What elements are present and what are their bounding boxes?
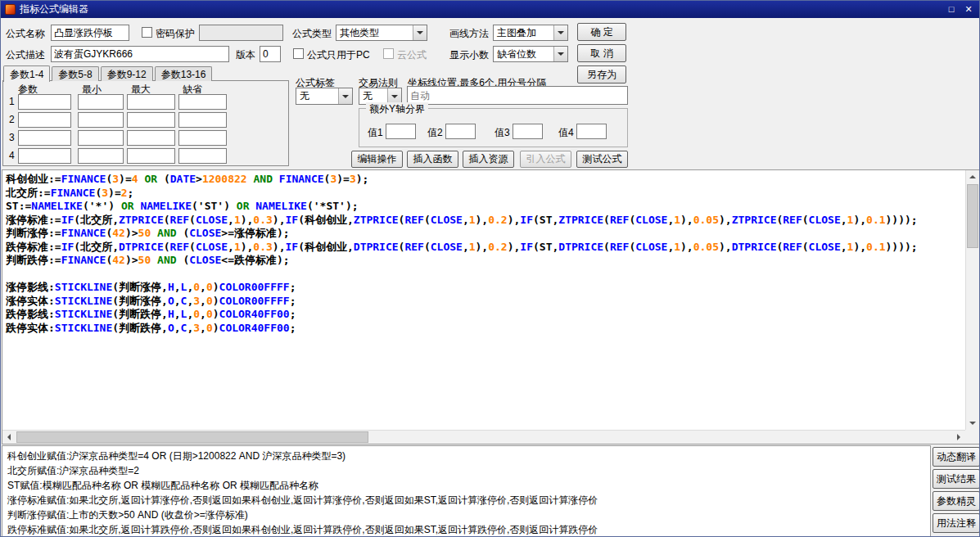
translation-line: 跌停标准赋值:如果北交所,返回计算跌停价,否则返回如果科创创业,返回计算跌停价,…	[7, 522, 925, 537]
axis-position-input[interactable]	[407, 86, 628, 105]
param-tabs: 参数1-4参数5-8参数9-12参数13-16	[3, 65, 214, 81]
save-as-button[interactable]: 另存为	[577, 65, 626, 83]
param-input-r4c1[interactable]	[18, 148, 71, 164]
window-controls: □ ✕	[944, 2, 976, 16]
window-title: 指标公式编辑器	[20, 2, 88, 16]
tab-params-1[interactable]: 参数1-4	[3, 65, 50, 82]
formula-name-label: 公式名称	[6, 27, 45, 41]
dropdown-arrow-icon[interactable]	[553, 25, 567, 40]
param-input-r4c2[interactable]	[78, 148, 124, 164]
code-line	[6, 268, 965, 282]
y-value-input-2[interactable]	[445, 124, 476, 139]
param-row-number: 4	[9, 150, 15, 161]
test-result-button[interactable]: 测试结果	[933, 469, 980, 489]
code-content[interactable]: 科创创业:=FINANCE(3)=4 OR (DATE>1200822 AND …	[2, 170, 965, 430]
dropdown-arrow-icon[interactable]	[338, 88, 352, 104]
maximize-icon[interactable]: □	[944, 2, 959, 16]
y-axis-group-title: 额外Y轴分界	[366, 102, 428, 116]
cloud-formula-label: 云公式	[397, 48, 427, 62]
test-formula-button[interactable]: 测试公式	[576, 151, 628, 168]
code-line: 判断跌停:=FINANCE(42)>50 AND (CLOSE<=跌停标准);	[6, 254, 965, 268]
trade-rule-value: 无	[359, 89, 387, 103]
formula-name-input[interactable]	[51, 25, 129, 41]
param-input-r3c1[interactable]	[18, 130, 71, 146]
translation-line: 判断涨停赋值:上市的天数>50 AND (收盘价>=涨停标准)	[7, 508, 925, 522]
code-line: 涨停实体:STICKLINE(判断涨停,O,C,3,0)COLOR00FFFF;	[6, 295, 965, 309]
param-input-r1c2[interactable]	[78, 94, 124, 110]
import-formula-button: 引入公式	[520, 151, 571, 168]
code-line: 北交所:=FINANCE(3)=2;	[6, 187, 965, 201]
parameter-wizard-button[interactable]: 参数精灵	[933, 491, 980, 511]
insert-resource-button[interactable]: 插入资源	[463, 151, 514, 168]
version-input[interactable]	[260, 46, 281, 62]
param-input-r1c4[interactable]	[178, 94, 227, 110]
horizontal-scrollbar[interactable]	[2, 430, 965, 444]
y-value-input-1[interactable]	[386, 124, 416, 139]
param-input-r1c1[interactable]	[18, 94, 71, 110]
tab-params-3[interactable]: 参数9-12	[101, 66, 153, 81]
param-input-r3c3[interactable]	[127, 130, 175, 146]
param-input-r2c3[interactable]	[127, 112, 175, 128]
formula-desc-input[interactable]	[51, 46, 229, 62]
param-input-r2c4[interactable]	[178, 112, 227, 128]
y-value-label-4: 值4	[558, 126, 574, 140]
vertical-scrollbar[interactable]	[965, 170, 979, 430]
param-input-r4c4[interactable]	[178, 148, 227, 164]
dropdown-arrow-icon[interactable]	[413, 25, 427, 40]
param-input-r1c3[interactable]	[127, 94, 175, 110]
param-input-r2c1[interactable]	[18, 112, 71, 128]
formula-desc-label: 公式描述	[6, 48, 45, 62]
y-axis-group: 额外Y轴分界 值1值2值3值4	[359, 108, 628, 147]
vertical-scroll-thumb[interactable]	[967, 184, 978, 248]
decimal-display-select[interactable]: 缺省位数	[493, 46, 568, 62]
param-input-r3c2[interactable]	[78, 130, 124, 146]
usage-notes-button[interactable]: 用法注释	[933, 513, 980, 533]
translation-line: 科创创业赋值:沪深京品种类型=4 OR (日期>1200822 AND 沪深京品…	[7, 449, 925, 463]
app-icon	[5, 4, 16, 15]
cloud-formula-checkbox	[383, 48, 394, 59]
dynamic-translation-button[interactable]: 动态翻译	[933, 447, 980, 467]
password-protect-label: 密码保护	[156, 27, 195, 41]
horizontal-scroll-thumb[interactable]	[16, 431, 368, 443]
scroll-down-icon[interactable]	[966, 417, 979, 430]
formula-type-select[interactable]: 其他类型	[336, 25, 427, 41]
y-value-input-3[interactable]	[513, 124, 543, 139]
scroll-up-icon[interactable]	[966, 170, 979, 183]
param-row-number: 1	[9, 96, 15, 107]
tab-params-2[interactable]: 参数5-8	[52, 66, 98, 81]
code-line: ST:=NAMELIKE('*') OR NAMELIKE('ST') OR N…	[6, 200, 965, 214]
scrollbar-corner	[965, 430, 979, 444]
param-panel: 参数最小最大缺省 1234	[2, 80, 289, 166]
pc-only-checkbox[interactable]	[293, 48, 304, 59]
scroll-left-icon[interactable]	[2, 431, 16, 444]
draw-method-select[interactable]: 主图叠加	[493, 25, 568, 41]
tab-params-4[interactable]: 参数13-16	[155, 66, 213, 81]
y-value-label-1: 值1	[368, 126, 383, 140]
pc-only-label: 公式只用于PC	[307, 48, 370, 62]
close-icon[interactable]: ✕	[961, 2, 976, 16]
scroll-right-icon[interactable]	[952, 431, 965, 444]
code-line: 跌停影线:STICKLINE(判断跌停,H,L,0,0)COLOR40FF00;	[6, 308, 965, 322]
code-line: 跌停实体:STICKLINE(判断跌停,O,C,3,0)COLOR40FF00;	[6, 322, 965, 336]
y-value-input-4[interactable]	[576, 124, 607, 139]
edit-operations-button[interactable]: 编辑操作	[351, 151, 403, 168]
param-input-r4c3[interactable]	[127, 148, 175, 164]
formula-code-editor: 科创创业:=FINANCE(3)=4 OR (DATE>1200822 AND …	[2, 169, 980, 444]
param-row-number: 2	[9, 114, 15, 125]
cancel-button[interactable]: 取 消	[577, 44, 626, 62]
decimal-display-label: 显示小数	[449, 48, 489, 62]
param-input-r3c4[interactable]	[178, 130, 227, 146]
param-input-r2c2[interactable]	[78, 112, 124, 128]
decimal-display-value: 缺省位数	[494, 47, 553, 61]
y-value-label-3: 值3	[495, 126, 510, 140]
insert-function-button[interactable]: 插入函数	[407, 151, 458, 168]
translation-line: 涨停标准赋值:如果北交所,返回计算涨停价,否则返回如果科创创业,返回计算涨停价,…	[7, 493, 925, 508]
ok-button[interactable]: 确 定	[577, 23, 626, 41]
formula-type-label: 公式类型	[292, 27, 332, 41]
y-value-label-2: 值2	[427, 126, 443, 140]
draw-method-label: 画线方法	[449, 27, 489, 41]
password-protect-checkbox[interactable]	[142, 27, 152, 38]
formula-tag-select[interactable]: 无	[296, 88, 353, 105]
translation-line: ST赋值:模糊匹配品种名称 OR 模糊匹配品种名称 OR 模糊匹配品种名称	[7, 478, 925, 493]
dropdown-arrow-icon[interactable]	[553, 47, 567, 61]
